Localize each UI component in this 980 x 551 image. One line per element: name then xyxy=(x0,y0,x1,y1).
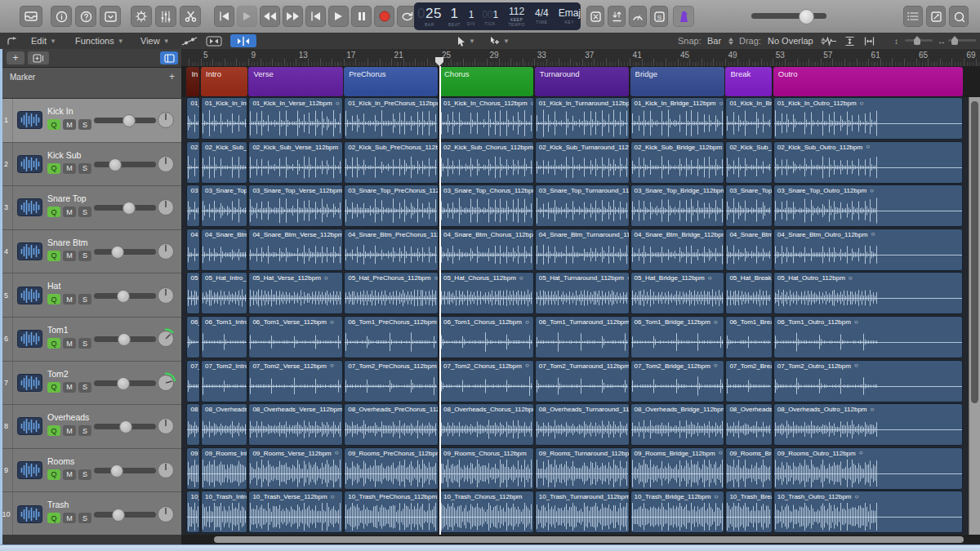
stop-button[interactable] xyxy=(305,6,326,27)
region-tom1-break[interactable]: 06_Tom1_Break_ xyxy=(725,316,772,358)
region-tom1-pre[interactable]: 06_ xyxy=(186,316,200,358)
functions-menu[interactable]: Functions▼ xyxy=(75,33,124,49)
vertical-auto-zoom-button[interactable] xyxy=(844,33,855,49)
playhead[interactable] xyxy=(439,66,441,535)
record-button[interactable] xyxy=(374,6,394,27)
pan-knob[interactable] xyxy=(155,153,176,178)
region-hat-chorus[interactable]: 05_Hat_Chorus_112bpm○ xyxy=(439,272,534,314)
flex-button[interactable] xyxy=(206,33,222,49)
quantize-button[interactable]: Q xyxy=(47,382,60,393)
solo-button[interactable]: S xyxy=(78,513,91,523)
volume-slider-thumb[interactable] xyxy=(112,509,125,522)
solo-mode-button[interactable]: S xyxy=(650,6,668,27)
region-tom1-turnaround[interactable]: 06_Tom1_Turnaround_112bpm xyxy=(535,316,630,358)
go-to-beginning-button[interactable] xyxy=(214,6,234,27)
region-overheads-outro[interactable]: 08_Overheads_Outro_112bpm○ xyxy=(773,403,964,446)
region-kick-sub-turnaround[interactable]: 02_Kick_Sub_Turnaround_112bpm xyxy=(535,141,630,184)
region-overheads-verse[interactable]: 08_Overheads_Verse_112bpm xyxy=(248,403,343,446)
command-click-tool-menu[interactable]: ▼ xyxy=(490,33,510,49)
quick-access-button[interactable] xyxy=(100,6,121,27)
region-rooms-verse[interactable]: 09_Rooms_Verse_112bpm○ xyxy=(248,447,343,490)
region-kick-sub-intro[interactable]: 02_Kick_Sub_Int xyxy=(201,141,247,184)
snap-dropdown[interactable]: Bar xyxy=(707,33,733,49)
track-header-rooms[interactable]: 9RoomsQMS xyxy=(0,449,181,493)
arrangement-marker-in[interactable]: In xyxy=(186,67,199,96)
duplicate-track-button[interactable] xyxy=(28,51,49,64)
region-trash-break[interactable]: 10_Trash_Break_ xyxy=(725,491,772,533)
region-trash-prechorus[interactable]: 10_Trash_PreChorus_112bpm○ xyxy=(344,491,439,533)
region-kick-sub-chorus[interactable]: 02_Kick_Sub_Chorus_112bpm xyxy=(439,141,534,184)
region-kick-in-prechorus[interactable]: 01_Kick_In_PreChorus_112bpm xyxy=(344,97,439,140)
solo-button[interactable]: S xyxy=(78,163,91,174)
region-tom1-outro[interactable]: 06_Tom1_Outro_112bpm○ xyxy=(773,316,964,358)
pan-knob[interactable] xyxy=(155,504,176,528)
autopunch-button[interactable] xyxy=(608,6,626,27)
region-snare-btm-pre[interactable]: 04 xyxy=(186,229,200,271)
volume-slider[interactable] xyxy=(94,468,156,473)
volume-slider-thumb[interactable] xyxy=(122,114,136,127)
region-overheads-turnaround[interactable]: 08_Overheads_Turnaround_112bp xyxy=(535,403,630,446)
volume-slider[interactable] xyxy=(94,249,156,255)
volume-slider[interactable] xyxy=(94,118,156,123)
region-hat-bridge[interactable]: 05_Hat_Bridge_112bpm○ xyxy=(630,272,725,314)
master-volume-thumb[interactable] xyxy=(799,9,814,24)
vertical-scrollbar-thumb[interactable] xyxy=(971,101,978,403)
solo-button[interactable]: S xyxy=(78,425,91,436)
region-tom2-prechorus[interactable]: 07_Tom2_PreChorus_112bpm○ xyxy=(344,360,439,402)
region-tom1-chorus[interactable]: 06_Tom1_Chorus_112bpm○ xyxy=(439,316,534,358)
volume-slider-thumb[interactable] xyxy=(117,377,130,390)
region-snare-top-bridge[interactable]: 03_Snare_Top_Bridge_112bpm xyxy=(630,184,725,227)
solo-button[interactable]: S xyxy=(78,338,91,349)
waveform-zoom-button[interactable] xyxy=(823,33,838,49)
pan-knob[interactable] xyxy=(155,285,176,309)
region-kick-sub-outro[interactable]: 02_Kick_Sub_Outro_112bpm○ xyxy=(773,141,964,184)
region-snare-btm-chorus[interactable]: 04_Snare_Btm_Chorus_112bpm xyxy=(439,229,534,271)
mute-button[interactable]: M xyxy=(63,513,76,523)
arrangement-marker-chorus[interactable]: Chorus xyxy=(439,67,533,96)
region-rooms-pre[interactable]: 09 xyxy=(186,447,200,490)
region-kick-in-chorus[interactable]: 01_Kick_In_Chorus_112bpm○ xyxy=(439,97,534,140)
region-snare-top-break[interactable]: 03_Snare_Top_B xyxy=(725,184,772,227)
region-trash-intro[interactable]: 10_Trash_Intro_1 xyxy=(201,491,247,533)
region-trash-bridge[interactable]: 10_Trash_Bridge_112bpm○ xyxy=(630,491,725,533)
drag-dropdown[interactable]: No Overlap xyxy=(768,33,826,49)
region-trash-chorus[interactable]: 10_Trash_Chorus_112bpm xyxy=(439,491,534,533)
help-button[interactable] xyxy=(75,6,96,27)
mute-button[interactable]: M xyxy=(63,207,76,217)
region-tom2-break[interactable]: 07_Tom2_Break_ xyxy=(725,360,772,402)
mute-button[interactable]: M xyxy=(63,382,76,393)
region-overheads-prechorus[interactable]: 08_Overheads_PreChorus_112bpm xyxy=(344,403,439,446)
automation-button[interactable] xyxy=(181,33,198,49)
pan-knob[interactable] xyxy=(155,197,176,221)
add-marker-button[interactable]: + xyxy=(169,71,175,82)
bar-ruler[interactable]: 59131721252933374145495357616569 xyxy=(181,49,980,67)
region-tom1-intro[interactable]: 06_Tom1_Intro_1 xyxy=(201,316,247,358)
region-hat-pre[interactable]: 05 xyxy=(186,272,200,314)
vertical-scrollbar[interactable] xyxy=(969,97,980,535)
editors-scissors-button[interactable] xyxy=(180,6,201,27)
region-tom1-bridge[interactable]: 06_Tom1_Bridge_112bpm○ xyxy=(630,316,725,358)
region-overheads-pre[interactable]: 08 xyxy=(186,403,200,446)
track-header-tom2[interactable]: 7Tom2QMS xyxy=(0,362,181,406)
volume-slider-thumb[interactable] xyxy=(122,202,136,215)
solo-button[interactable]: S xyxy=(78,119,91,130)
pan-knob[interactable] xyxy=(155,372,176,397)
play-from-selection-button[interactable] xyxy=(237,6,257,27)
region-snare-top-prechorus[interactable]: 03_Snare_Top_PreChorus_112bpm xyxy=(344,184,439,227)
region-snare-top-verse[interactable]: 03_Snare_Top_Verse_112bpm○ xyxy=(248,184,343,227)
track-header-trash[interactable]: 10TrashQMS xyxy=(0,492,181,536)
region-rooms-bridge[interactable]: 09_Rooms_Bridge_112bpm○ xyxy=(630,447,725,490)
pan-knob[interactable] xyxy=(155,109,176,134)
mute-button[interactable]: M xyxy=(63,163,76,174)
track-header-snare-top[interactable]: 3Snare TopQMS xyxy=(0,186,181,230)
vertical-zoom-thumb[interactable] xyxy=(914,36,920,45)
discard-recording-button[interactable] xyxy=(586,6,604,27)
region-tom2-turnaround[interactable]: 07_Tom2_Turnaround_112bpm xyxy=(535,360,630,402)
arrangement-marker-bridge[interactable]: Bridge xyxy=(630,67,724,96)
arrangement-marker-outro[interactable]: Outro xyxy=(773,67,963,96)
region-hat-verse[interactable]: 05_Hat_Verse_112bpm○ xyxy=(248,272,343,314)
region-trash-turnaround[interactable]: 10_Trash_Turnaround_112bpm xyxy=(535,491,630,533)
mute-button[interactable]: M xyxy=(63,338,76,349)
inspector-info-button[interactable] xyxy=(51,6,72,27)
quantize-button[interactable]: Q xyxy=(47,294,60,304)
